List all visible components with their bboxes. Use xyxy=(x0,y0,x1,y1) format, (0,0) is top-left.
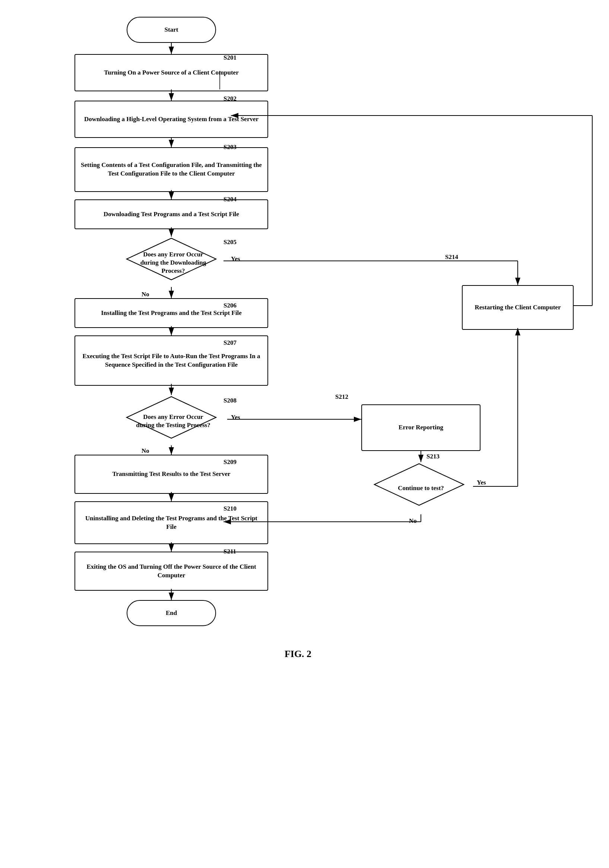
box7-shape: Transmitting Test Results to the Test Se… xyxy=(74,455,268,494)
yes3-label: Yes xyxy=(477,479,486,487)
s214-label: S214 xyxy=(445,253,458,261)
continue-test-text: Continue to test? xyxy=(383,484,459,492)
restart-client-shape: Restarting the Client Computer xyxy=(462,285,573,330)
box1-shape: Turning On a Power Source of a Client Co… xyxy=(74,54,268,91)
end-label: End xyxy=(161,607,181,620)
restart-client-text: Restarting the Client Computer xyxy=(470,301,566,314)
start-shape: Start xyxy=(127,17,216,43)
diamond2-shape: Does any Error Occur during the Testing … xyxy=(119,395,227,447)
error-reporting-shape: Error Reporting xyxy=(361,405,481,451)
no2-label: No xyxy=(142,447,149,455)
box6-text: Executing the Test Script File to Auto-R… xyxy=(75,350,267,372)
start-label: Start xyxy=(160,23,183,37)
error-reporting-text: Error Reporting xyxy=(394,421,448,434)
continue-test-shape: Continue to test? xyxy=(367,462,475,514)
box1-text: Turning On a Power Source of a Client Co… xyxy=(99,66,243,79)
figure-label: FIG. 2 xyxy=(253,648,343,660)
box9-text: Exiting the OS and Turning Off the Power… xyxy=(75,561,267,582)
no1-label: No xyxy=(142,291,149,298)
box5-shape: Installing the Test Programs and the Tes… xyxy=(74,298,268,328)
flowchart-diagram: Start S201 Turning On a Power Source of … xyxy=(0,0,609,868)
box7-text: Transmitting Test Results to the Test Se… xyxy=(108,468,235,481)
box4-shape: Downloading Test Programs and a Test Scr… xyxy=(74,199,268,229)
box4-text: Downloading Test Programs and a Test Scr… xyxy=(99,208,244,221)
yes1-label: Yes xyxy=(231,255,240,263)
diamond2-text: Does any Error Occur during the Testing … xyxy=(119,413,227,429)
diamond1-shape: Does any Error Occur during the Download… xyxy=(119,237,227,289)
end-shape: End xyxy=(127,600,216,626)
box8-text: Uninstalling and Deleting the Test Progr… xyxy=(75,512,267,534)
diamond1-text: Does any Error Occur during the Download… xyxy=(119,250,227,275)
box6-shape: Executing the Test Script File to Auto-R… xyxy=(74,335,268,386)
no3-label: No xyxy=(409,517,417,525)
box2-text: Downloading a High-Level Operating Syste… xyxy=(80,113,263,126)
s212-label: S212 xyxy=(335,393,348,401)
box9-shape: Exiting the OS and Turning Off the Power… xyxy=(74,552,268,591)
s213-label: S213 xyxy=(427,453,439,460)
box8-shape: Uninstalling and Deleting the Test Progr… xyxy=(74,501,268,544)
box5-text: Installing the Test Programs and the Tes… xyxy=(96,307,246,320)
box2-shape: Downloading a High-Level Operating Syste… xyxy=(74,101,268,138)
yes2-label: Yes xyxy=(231,414,240,421)
box3-shape: Setting Contents of a Test Configuration… xyxy=(74,147,268,192)
box3-text: Setting Contents of a Test Configuration… xyxy=(75,159,267,180)
